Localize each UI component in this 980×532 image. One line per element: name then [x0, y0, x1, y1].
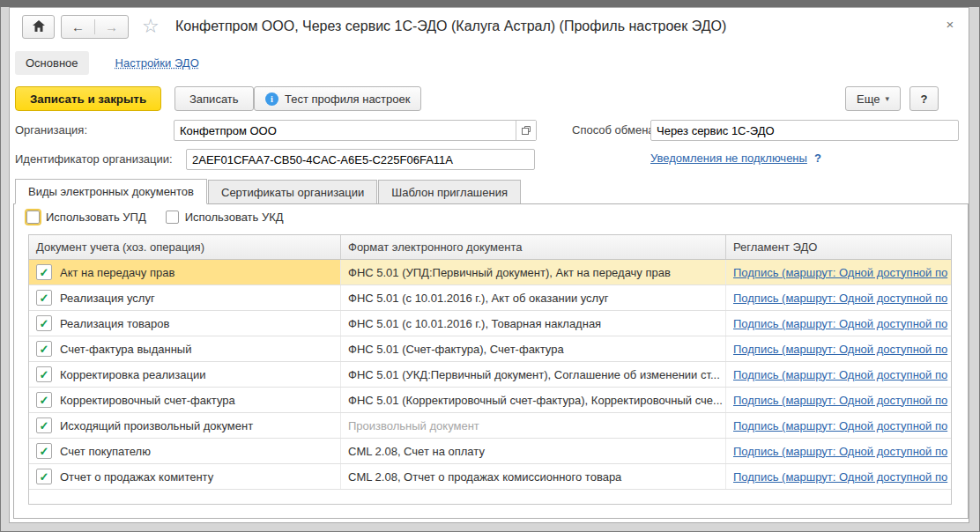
regulation-cell[interactable]: Подпись (маршрут: Одной доступной по	[726, 464, 951, 489]
table-row[interactable]: ✓Акт на передачу правФНС 5.01 (УПД:Перви…	[29, 260, 951, 285]
format-cell[interactable]: ФНС 5.01 (Корректировочный счет-фактура)…	[341, 388, 726, 412]
forward-arrow-icon: →	[105, 19, 118, 34]
doc-tab[interactable]: Виды электронных документов	[15, 179, 207, 204]
column-header-format[interactable]: Формат электронного документа	[341, 235, 726, 259]
table-row[interactable]: ✓Отчет о продажах комитентуCML 2.08, Отч…	[29, 464, 951, 490]
format-text: ФНС 5.01 (с 10.01.2016 г.), Товарная нак…	[348, 317, 601, 330]
back-arrow-icon: ←	[71, 19, 85, 34]
save-button[interactable]: Записать	[174, 86, 254, 111]
doc-tab[interactable]: Шаблон приглашения	[378, 180, 521, 204]
row-checkbox-icon[interactable]: ✓	[36, 469, 52, 484]
table-row[interactable]: ✓Счет покупателюCML 2.08, Счет на оплату…	[29, 439, 951, 464]
regulation-cell[interactable]: Подпись (маршрут: Одной доступной по	[726, 388, 951, 412]
test-profile-button[interactable]: i Тест профиля настроек	[254, 86, 421, 111]
checkbox-icon[interactable]	[26, 211, 40, 224]
forward-button[interactable]: →	[95, 19, 128, 34]
regulation-cell[interactable]: Подпись (маршрут: Одной доступной по	[726, 311, 951, 336]
regulation-link[interactable]: Подпись (маршрут: Одной доступной по	[733, 317, 947, 330]
document-cell[interactable]: ✓Корректировочный счет-фактура	[29, 388, 341, 412]
format-cell[interactable]: CML 2.08, Отчет о продажах комиссионного…	[341, 464, 726, 489]
save-and-close-button[interactable]: Записать и закрыть	[15, 86, 161, 111]
regulation-link[interactable]: Подпись (маршрут: Одной доступной по	[733, 343, 947, 356]
regulation-cell[interactable]: Подпись (маршрут: Одной доступной по	[726, 362, 951, 387]
format-cell[interactable]: ФНС 5.01 (УКД:Первичный документ), Согла…	[341, 362, 726, 387]
notifications-help-icon[interactable]: ?	[814, 151, 821, 165]
table-header: Документ учета (хоз. операция) Формат эл…	[29, 235, 951, 260]
format-text: ФНС 5.01 (с 10.01.2016 г.), Акт об оказа…	[348, 292, 608, 305]
nav-tab[interactable]: Настройки ЭДО	[105, 51, 210, 75]
format-cell[interactable]: ФНС 5.01 (с 10.01.2016 г.), Акт об оказа…	[341, 285, 726, 310]
table-row[interactable]: ✓Реализация товаровФНС 5.01 (с 10.01.201…	[29, 311, 951, 336]
row-checkbox-icon[interactable]: ✓	[36, 315, 52, 331]
regulation-cell[interactable]: Подпись (маршрут: Одной доступной по	[726, 260, 951, 284]
edo-profile-window: ← → ☆ Конфетпром ООО, Через сервис 1С-ЭД…	[9, 7, 969, 523]
document-cell[interactable]: ✓Исходящий произвольный документ	[29, 413, 341, 438]
help-button[interactable]: ?	[909, 86, 939, 111]
document-cell[interactable]: ✓Отчет о продажах комитенту	[29, 464, 341, 489]
format-cell[interactable]: ФНС 5.01 (Счет-фактура), Счет-фактура	[341, 336, 726, 361]
table-row[interactable]: ✓Реализация услугФНС 5.01 (с 10.01.2016 …	[29, 285, 951, 311]
notifications-link[interactable]: Уведомления не подключены	[650, 151, 807, 165]
exchange-method-input[interactable]	[651, 121, 958, 140]
regulation-cell[interactable]: Подпись (маршрут: Одной доступной по	[726, 439, 951, 463]
home-button[interactable]	[22, 15, 55, 39]
row-checkbox-icon[interactable]: ✓	[36, 417, 52, 433]
row-checkbox-icon[interactable]: ✓	[36, 366, 52, 382]
regulation-link[interactable]: Подпись (маршрут: Одной доступной по	[733, 292, 947, 305]
format-text: CML 2.08, Счет на оплату	[348, 445, 485, 458]
regulation-link[interactable]: Подпись (маршрут: Одной доступной по	[733, 266, 947, 279]
format-cell[interactable]: ФНС 5.01 (с 10.01.2016 г.), Товарная нак…	[341, 311, 726, 336]
nav-tab[interactable]: Основное	[15, 51, 89, 75]
regulation-link[interactable]: Подпись (маршрут: Одной доступной по	[733, 470, 947, 484]
table-row[interactable]: ✓Корректировка реализацииФНС 5.01 (УКД:П…	[29, 362, 951, 388]
organization-field-wrap	[174, 120, 537, 141]
format-cell[interactable]: Произвольный документ	[341, 413, 726, 438]
close-icon[interactable]: ×	[942, 17, 958, 33]
org-id-input[interactable]	[187, 150, 534, 169]
more-button[interactable]: Еще ▾	[845, 86, 901, 111]
document-cell[interactable]: ✓Корректировка реализации	[29, 362, 341, 387]
column-header-document[interactable]: Документ учета (хоз. операция)	[29, 235, 341, 259]
doc-tab[interactable]: Сертификаты организации	[208, 180, 377, 204]
open-organization-button[interactable]	[516, 121, 536, 140]
regulation-link[interactable]: Подпись (маршрут: Одной доступной по	[733, 368, 947, 381]
regulation-link[interactable]: Подпись (маршрут: Одной доступной по	[733, 394, 947, 407]
format-cell[interactable]: CML 2.08, Счет на оплату	[341, 439, 726, 463]
checkbox-icon[interactable]	[166, 211, 179, 224]
format-cell[interactable]: ФНС 5.01 (УПД:Первичный документ), Акт н…	[341, 260, 726, 284]
regulation-link[interactable]: Подпись (маршрут: Одной доступной по	[733, 419, 947, 432]
document-cell[interactable]: ✓Реализация услуг	[29, 285, 341, 310]
table-row[interactable]: ✓Исходящий произвольный документПроизвол…	[29, 413, 951, 439]
regulation-cell[interactable]: Подпись (маршрут: Одной доступной по	[726, 285, 951, 310]
open-icon	[521, 125, 531, 136]
org-id-label: Идентификатор организации:	[15, 149, 173, 170]
row-checkbox-icon[interactable]: ✓	[36, 341, 52, 357]
regulation-link[interactable]: Подпись (маршрут: Одной доступной по	[733, 445, 947, 458]
document-cell[interactable]: ✓Реализация товаров	[29, 311, 341, 336]
document-cell[interactable]: ✓Счет покупателю	[29, 439, 341, 463]
regulation-cell[interactable]: Подпись (маршрут: Одной доступной по	[726, 413, 951, 438]
exchange-method-label: Способ обмена:	[572, 120, 657, 141]
option-checkbox-item[interactable]: Использовать УКД	[166, 211, 284, 224]
organization-input[interactable]	[174, 121, 516, 140]
document-name: Отчет о продажах комитенту	[60, 470, 213, 484]
row-checkbox-icon[interactable]: ✓	[36, 443, 52, 459]
option-checkbox-item[interactable]: Использовать УПД	[26, 211, 146, 224]
app-root: ← → ☆ Конфетпром ООО, Через сервис 1С-ЭД…	[0, 0, 980, 532]
document-cell[interactable]: ✓Счет-фактура выданный	[29, 336, 341, 361]
document-cell[interactable]: ✓Акт на передачу прав	[29, 260, 341, 284]
column-header-regulation[interactable]: Регламент ЭДО	[726, 235, 951, 259]
back-button[interactable]: ←	[62, 19, 95, 34]
table-row[interactable]: ✓Корректировочный счет-фактураФНС 5.01 (…	[29, 388, 951, 413]
row-checkbox-icon[interactable]: ✓	[36, 264, 52, 280]
doc-types-panel: Использовать УПДИспользовать УКД Докумен…	[13, 203, 969, 519]
row-checkbox-icon[interactable]: ✓	[36, 290, 52, 306]
format-text: ФНС 5.01 (УПД:Первичный документ), Акт н…	[348, 266, 671, 279]
nav-tabs: ОсновноеНастройки ЭДО	[15, 49, 210, 76]
info-icon: i	[265, 92, 278, 106]
doc-tabs: Виды электронных документовСертификаты о…	[15, 179, 522, 204]
row-checkbox-icon[interactable]: ✓	[36, 392, 52, 408]
favorite-star-icon[interactable]: ☆	[142, 16, 160, 37]
regulation-cell[interactable]: Подпись (маршрут: Одной доступной по	[726, 336, 951, 361]
table-row[interactable]: ✓Счет-фактура выданныйФНС 5.01 (Счет-фак…	[29, 336, 951, 362]
